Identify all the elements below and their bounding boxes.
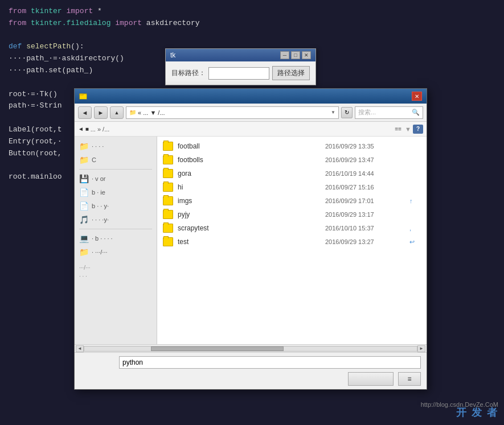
folder-icon-imgs <box>163 196 173 205</box>
search-bar[interactable]: 搜索... 🔍 <box>355 106 423 119</box>
file-name-gora: gora <box>178 170 321 178</box>
file-item-footbolls[interactable]: footbolls 2016/09/29 13:47 <box>157 153 427 167</box>
sidebar-info-2: · · · <box>79 273 152 279</box>
file-name-imgs: imgs <box>178 197 321 205</box>
fd-bottom: ≡ <box>75 352 427 389</box>
tk-path-label: 目标路径： <box>171 68 206 78</box>
code-line-2: from tkinter.filedialog import askdirect… <box>9 18 495 30</box>
fd-sidebar: 📁 · · · · 📁 C 💾 · v or 📄 b · ie 📄 b · · … <box>75 137 157 344</box>
file-item-test[interactable]: test 2016/09/29 13:27 ↩ <box>157 235 427 249</box>
sidebar-music-icon: 🎵 <box>79 215 89 224</box>
view-buttons: ≡≡ ▼ ? <box>393 125 423 134</box>
address-dropdown-arrow[interactable]: ▼ <box>331 110 335 115</box>
file-name-pyjy: pyjy <box>178 211 321 218</box>
sidebar-label-8: · ···/··· <box>92 249 108 255</box>
fd-close-button[interactable]: ✕ <box>412 92 422 101</box>
folder-icon-footbolls <box>163 155 173 164</box>
tk-maximize-button[interactable]: □ <box>291 51 300 59</box>
sidebar-item-4[interactable]: 📄 b · ie <box>75 185 157 199</box>
fd-titlebar: ✕ <box>75 89 427 104</box>
fd-main: 📁 · · · · 📁 C 💾 · v or 📄 b · ie 📄 b · · … <box>75 137 427 344</box>
sidebar-item-6[interactable]: 🎵 · · · ·y· <box>75 213 157 226</box>
view-toggle-button[interactable]: ≡≡ <box>393 125 403 133</box>
file-date-scrapytest: 2016/10/10 15:37 <box>325 225 405 232</box>
sidebar-label-4: b · ie <box>92 189 105 196</box>
file-item-scrapytest[interactable]: scrapytest 2016/10/10 15:37 , <box>157 221 427 235</box>
fd-filename-input[interactable] <box>119 356 421 369</box>
sidebar-item-1[interactable]: 📁 · · · · <box>75 139 157 153</box>
folder-icon-test <box>163 237 173 246</box>
sidebar-doc-icon-2: 📄 <box>79 201 89 211</box>
svg-rect-1 <box>80 95 87 99</box>
fd-buttons-row: ≡ <box>80 372 421 386</box>
file-date-footbolls: 2016/09/29 13:47 <box>325 156 405 163</box>
tk-titlebar: tk ─ □ ✕ <box>166 49 315 61</box>
sidebar-item-3[interactable]: 💾 · v or <box>75 172 157 185</box>
file-date-hi: 2016/09/27 15:16 <box>325 184 405 191</box>
file-item-football[interactable]: football 2016/09/29 13:35 <box>157 139 427 153</box>
tk-title: tk <box>170 51 175 59</box>
watermark-url: http://blog.csdn.DevZe.CoM <box>421 401 498 408</box>
sidebar-separator-2 <box>79 229 152 229</box>
scrollbar-track[interactable] <box>84 346 417 352</box>
folder-icon-pyjy <box>163 210 173 219</box>
fd-secondary-toolbar: ◄ ■ ... » /... ≡≡ ▼ ? <box>75 122 427 137</box>
svg-rect-2 <box>80 94 83 95</box>
file-extra-test: ↩ <box>409 238 421 246</box>
file-dialog: ✕ ◄ ► ▲ 📁 « ... ▼ /... ▼ ↻ 搜索... 🔍 ◄ ■ .… <box>74 88 427 390</box>
scrollbar-thumb[interactable] <box>151 346 284 351</box>
folder-icon-football <box>163 142 173 151</box>
back-button[interactable]: ◄ <box>78 106 92 119</box>
forward-button[interactable]: ► <box>94 106 108 119</box>
file-item-hi[interactable]: hi 2016/09/27 15:16 <box>157 180 427 194</box>
file-name-test: test <box>178 238 321 246</box>
tk-minimize-button[interactable]: ─ <box>280 51 289 59</box>
sidebar-label-1: · · · · <box>92 143 104 150</box>
file-extra-scrapytest: , <box>409 225 421 232</box>
file-name-football: football <box>178 142 321 150</box>
sidebar-label-3: · v or <box>92 175 105 182</box>
sidebar-doc-icon-1: 📄 <box>79 188 89 197</box>
file-item-imgs[interactable]: imgs 2016/09/29 17:01 ↑ <box>157 194 427 208</box>
sidebar-folder-icon-3: 📁 <box>79 247 89 257</box>
file-item-gora[interactable]: gora 2016/10/19 14:44 <box>157 167 427 180</box>
folder-icon-scrapytest <box>163 224 173 233</box>
scroll-left-button[interactable]: ◄ <box>76 345 84 352</box>
file-name-scrapytest: scrapytest <box>178 224 321 232</box>
tk-close-button[interactable]: ✕ <box>302 51 311 59</box>
refresh-button[interactable]: ↻ <box>341 107 353 118</box>
tk-path-select-button[interactable]: 路径选择 <box>272 66 310 80</box>
file-item-pyjy[interactable]: pyjy 2016/09/29 13:17 <box>157 208 427 221</box>
fd-filename-row <box>80 356 421 369</box>
fd-horizontal-scrollbar: ◄ ► <box>75 344 427 352</box>
file-name-hi: hi <box>178 183 321 191</box>
fd-cancel-button[interactable]: ≡ <box>398 372 421 386</box>
tk-path-entry[interactable] <box>208 67 269 80</box>
sidebar-folder-icon-1: 📁 <box>79 142 89 151</box>
address-bar[interactable]: 📁 « ... ▼ /... ▼ <box>126 106 339 119</box>
up-button[interactable]: ▲ <box>110 106 124 119</box>
code-line-1: from tkinter import * <box>9 6 495 18</box>
sidebar-item-7[interactable]: 💻 · b · · · · <box>75 232 157 245</box>
breadcrumb-path: ... » /... <box>91 126 110 133</box>
breadcrumb-nav-left[interactable]: ◄ ■ <box>78 126 89 132</box>
folder-icon-gora <box>163 169 173 178</box>
fd-toolbar: ◄ ► ▲ 📁 « ... ▼ /... ▼ ↻ 搜索... 🔍 <box>75 104 427 122</box>
search-icon[interactable]: 🔍 <box>412 109 420 116</box>
sidebar-bottom-area: ···/··· · · · <box>75 263 157 280</box>
sidebar-folder-icon-2: 📁 <box>79 155 89 164</box>
view-separator: ▼ <box>405 126 411 133</box>
fd-title <box>79 92 89 101</box>
fd-ok-button[interactable] <box>348 372 394 386</box>
address-text: « ... ▼ /... <box>138 109 329 116</box>
tk-window: tk ─ □ ✕ 目标路径： 路径选择 <box>165 48 316 85</box>
sidebar-item-5[interactable]: 📄 b · · y· <box>75 199 157 213</box>
sidebar-label-7: · b · · · · <box>92 235 113 242</box>
help-button[interactable]: ? <box>413 125 423 134</box>
file-date-test: 2016/09/29 13:27 <box>325 238 405 245</box>
sidebar-item-2[interactable]: 📁 C <box>75 153 157 167</box>
scroll-right-button[interactable]: ► <box>417 345 425 352</box>
file-date-pyjy: 2016/09/29 13:17 <box>325 211 405 218</box>
file-name-footbolls: footbolls <box>178 156 321 164</box>
sidebar-item-8[interactable]: 📁 · ···/··· <box>75 245 157 259</box>
